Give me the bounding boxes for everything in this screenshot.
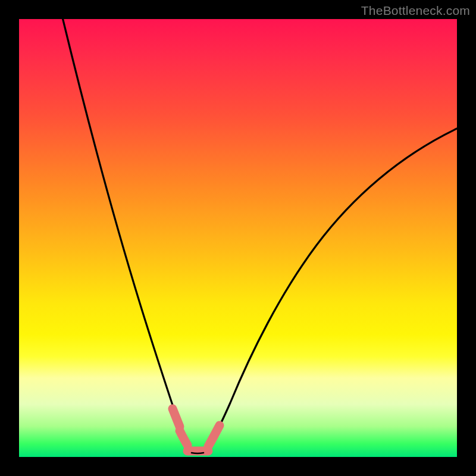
right-curve — [203, 129, 457, 453]
left-curve — [63, 19, 192, 453]
plot-area — [19, 19, 457, 457]
right-highlight — [208, 425, 220, 446]
curves-svg — [19, 19, 457, 457]
left-highlight-lower — [180, 431, 187, 445]
bottom-flat — [192, 453, 203, 453]
watermark-text: TheBottleneck.com — [361, 4, 470, 18]
left-highlight-upper — [173, 409, 180, 427]
chart-frame: TheBottleneck.com — [0, 0, 476, 476]
